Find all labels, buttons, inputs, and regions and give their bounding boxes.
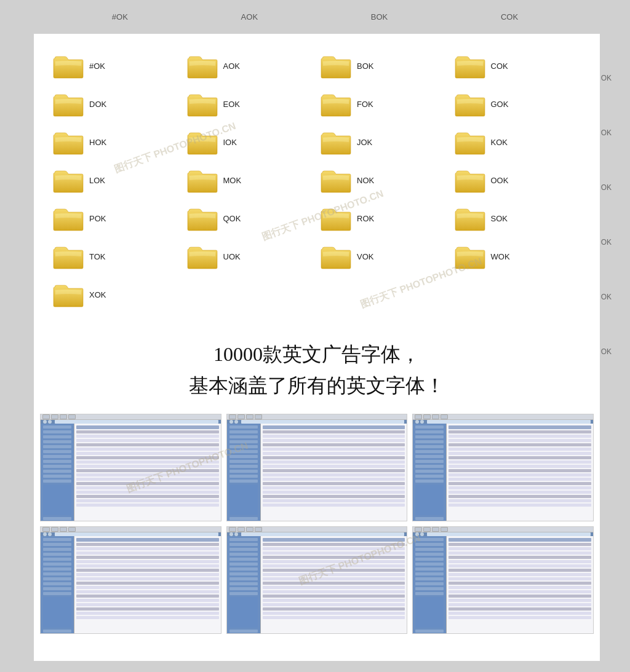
folder-icon	[186, 243, 218, 270]
folder-label: GOK	[491, 100, 509, 109]
folders-section: #OK AOK	[34, 34, 600, 320]
side-labels: OK OK OK OK OK OK	[601, 74, 612, 356]
folder-icon	[52, 52, 84, 79]
screenshots-section	[34, 414, 600, 640]
folder-label: KOK	[491, 138, 508, 147]
folder-icon	[52, 205, 84, 232]
folder-icon	[320, 128, 352, 156]
main-content: #OK AOK	[34, 34, 600, 661]
folder-grid: #OK AOK	[52, 46, 581, 314]
folder-item: XOK	[52, 281, 180, 308]
folder-icon	[186, 205, 218, 232]
folder-item: DOK	[52, 90, 180, 117]
folder-icon	[186, 128, 218, 156]
screenshot-thumb	[40, 526, 221, 634]
folder-item: MOK	[186, 167, 314, 194]
folder-label: UOK	[223, 252, 241, 261]
screenshots-grid	[40, 414, 594, 634]
folder-item: EOK	[186, 90, 314, 117]
screenshot-thumb	[412, 526, 594, 634]
folder-label: JOK	[357, 138, 372, 147]
folder-item: ROK	[320, 205, 448, 232]
folder-label: MOK	[223, 176, 242, 185]
screenshot-thumb	[226, 526, 408, 634]
folder-item: BOK	[320, 52, 448, 79]
folder-icon	[454, 243, 486, 270]
folder-icon	[186, 167, 218, 194]
folder-item: AOK	[186, 52, 314, 79]
screenshot-thumb	[40, 414, 221, 521]
top-strip: #OK AOK BOK COK	[0, 0, 630, 34]
folder-icon	[52, 281, 84, 308]
folder-icon	[52, 243, 84, 270]
folder-icon	[320, 90, 352, 117]
folder-label: HOK	[89, 138, 106, 147]
folder-item: LOK	[52, 167, 180, 194]
folder-item: GOK	[454, 90, 582, 117]
side-label-5: OK	[601, 293, 612, 301]
folder-icon	[320, 205, 352, 232]
folder-icon	[320, 243, 352, 270]
folder-icon	[52, 128, 84, 156]
folder-item: COK	[454, 52, 582, 79]
folder-item: UOK	[186, 243, 314, 270]
folder-label: OOK	[491, 176, 509, 185]
folder-icon	[454, 167, 486, 194]
folder-item: KOK	[454, 128, 582, 156]
folder-label: AOK	[223, 61, 240, 71]
side-label-4: OK	[601, 238, 612, 247]
folder-label: XOK	[89, 290, 106, 299]
folder-item: JOK	[320, 128, 448, 156]
folder-icon	[186, 90, 218, 117]
screenshot-thumb	[226, 414, 408, 521]
side-label-1: OK	[601, 74, 612, 82]
folder-item: QOK	[186, 205, 314, 232]
side-label-6: OK	[601, 347, 612, 356]
screenshot-thumb	[412, 414, 594, 521]
folder-label: NOK	[357, 176, 374, 185]
folder-item: FOK	[320, 90, 448, 117]
folder-icon	[52, 90, 84, 117]
folder-item: HOK	[52, 128, 180, 156]
folder-item: NOK	[320, 167, 448, 194]
folder-item: OOK	[454, 167, 582, 194]
promo-text: 10000款英文广告字体， 基本涵盖了所有的英文字体！	[34, 320, 600, 414]
top-label-3: BOK	[371, 12, 388, 22]
folder-label: #OK	[89, 61, 105, 71]
folder-label: LOK	[89, 176, 105, 185]
folder-label: WOK	[491, 252, 510, 261]
folder-icon	[320, 52, 352, 79]
top-label-2: AOK	[241, 12, 258, 22]
promo-line1: 10000款英文广告字体，	[46, 339, 588, 370]
folder-item: VOK	[320, 243, 448, 270]
folder-label: COK	[491, 61, 508, 71]
folder-icon	[454, 205, 486, 232]
folder-label: FOK	[357, 100, 373, 109]
promo-line2: 基本涵盖了所有的英文字体！	[46, 370, 588, 401]
folder-label: POK	[89, 214, 106, 223]
folder-label: SOK	[491, 214, 508, 223]
folder-item: SOK	[454, 205, 582, 232]
folder-label: IOK	[223, 138, 237, 147]
folder-item: IOK	[186, 128, 314, 156]
folder-label: QOK	[223, 214, 241, 223]
folder-item: WOK	[454, 243, 582, 270]
folder-label: VOK	[357, 252, 373, 261]
folder-label: BOK	[357, 61, 373, 71]
top-label-1: #OK	[112, 12, 128, 22]
folder-icon	[186, 52, 218, 79]
folder-icon	[320, 167, 352, 194]
folder-item: TOK	[52, 243, 180, 270]
side-label-2: OK	[601, 128, 612, 137]
folder-icon	[454, 128, 486, 156]
folder-item: #OK	[52, 52, 180, 79]
folder-label: DOK	[89, 100, 106, 109]
top-label-4: COK	[501, 12, 518, 22]
folder-item: POK	[52, 205, 180, 232]
folder-icon	[454, 52, 486, 79]
folder-label: EOK	[223, 100, 240, 109]
folder-label: TOK	[89, 252, 106, 261]
folder-label: ROK	[357, 214, 374, 223]
folder-icon	[454, 90, 486, 117]
side-label-3: OK	[601, 183, 612, 192]
